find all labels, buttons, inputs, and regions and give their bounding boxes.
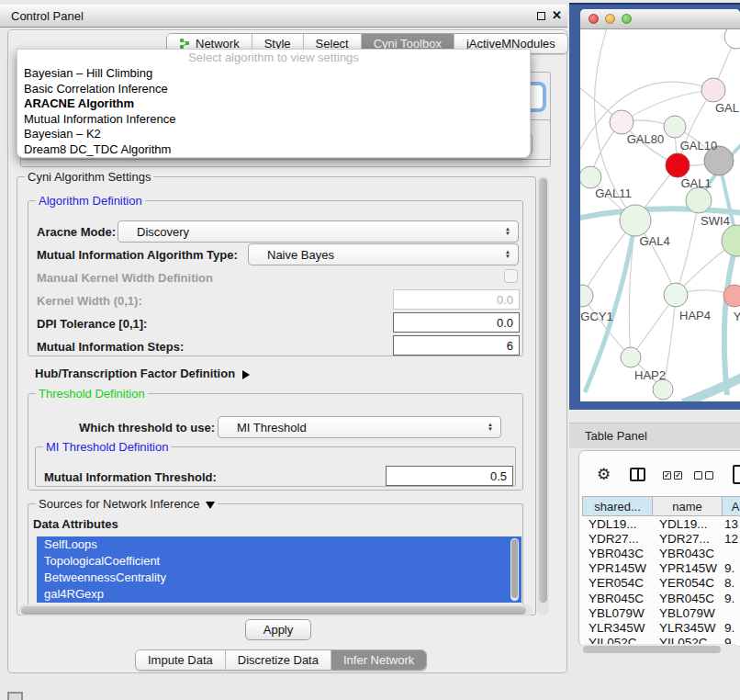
aracne-mode-label: Aracne Mode:	[37, 225, 116, 239]
network-canvas[interactable]: GAL GAL80 GAL10 GAL1 GAL11 SWI4 GAL4 GCY…	[580, 29, 740, 401]
table-row[interactable]: YLR345WYLR345W9.	[582, 620, 740, 635]
close-icon[interactable]: ✕	[552, 8, 562, 22]
checked-checkbox-icon[interactable]: ✓	[674, 471, 682, 480]
attribute-item[interactable]: BetweennessCentrality	[37, 570, 521, 586]
float-window-icon[interactable]	[537, 12, 545, 20]
algorithm-option[interactable]: Mutual Information Inference	[17, 112, 530, 128]
which-threshold-combo[interactable]: MI Threshold ▲▼	[218, 416, 501, 438]
combo-arrows-icon: ▲▼	[505, 221, 510, 242]
node-gal11[interactable]	[580, 166, 601, 188]
settings-horizontal-scrollbar[interactable]	[18, 604, 533, 616]
network-window-titlebar[interactable]	[580, 9, 740, 29]
mi-threshold-group-title: MI Threshold Definition	[43, 440, 171, 454]
node-selected-red[interactable]	[666, 153, 690, 177]
tab-discretize-data[interactable]: Discretize Data	[226, 650, 331, 670]
node-hap2[interactable]	[621, 347, 641, 367]
gear-icon[interactable]: ⚙	[597, 465, 611, 484]
combo-arrows-icon: ▲▼	[505, 244, 510, 265]
columns-icon[interactable]	[630, 468, 645, 481]
checked-checkbox-icon[interactable]: ✓	[663, 471, 671, 480]
node-gal4[interactable]	[620, 205, 651, 236]
data-attributes-label: Data Attributes	[33, 517, 118, 531]
label-hap2: HAP2	[634, 368, 666, 382]
label-gal80: GAL80	[627, 132, 664, 146]
control-panel-titlebar: Control Panel ✕	[0, 5, 567, 28]
node-top-partial[interactable]	[724, 29, 740, 49]
label-gcy1: GCY1	[580, 310, 612, 323]
zoom-traffic-light-icon[interactable]	[622, 14, 632, 24]
node-gcy1[interactable]	[580, 285, 593, 307]
node-hap4[interactable]	[664, 283, 688, 307]
column-header-name[interactable]: name	[653, 496, 722, 516]
unchecked-checkbox-icon[interactable]	[705, 471, 713, 480]
algorithm-placeholder: Select algorithm to view settings	[17, 50, 530, 66]
panel-title: Control Panel	[0, 9, 84, 23]
node-gal1[interactable]	[686, 187, 712, 213]
attribute-item[interactable]: SelfLoops	[37, 536, 521, 553]
node-gal80[interactable]	[610, 110, 633, 134]
algorithm-dropdown-popup: Select algorithm to view settings Bayesi…	[17, 49, 531, 158]
mi-threshold-label: Mutual Information Threshold:	[44, 470, 217, 484]
node-swi4[interactable]	[722, 225, 740, 256]
manual-kernel-label: Manual Kernel Width Definition	[37, 271, 213, 285]
algorithm-option[interactable]: Bayesian – Hill Climbing	[17, 66, 530, 82]
threshold-definition-title: Threshold Definition	[36, 387, 148, 401]
data-attributes-list: SelfLoops TopologicalCoefficient Between…	[37, 536, 521, 603]
table-row[interactable]: YER054CYER054C8.	[582, 576, 740, 591]
table-row[interactable]: YBR045CYBR045C9.	[582, 591, 740, 605]
tab-impute-data[interactable]: Impute Data	[136, 650, 226, 670]
combo-arrows-icon: ▲▼	[488, 417, 493, 437]
dpi-tolerance-value: 0.0	[497, 316, 513, 330]
table-horizontal-scrollbar[interactable]	[580, 644, 740, 654]
label-gal-partial: GAL	[715, 101, 739, 115]
which-threshold-label: Which threshold to use:	[79, 421, 215, 435]
algorithm-option-selected[interactable]: ARACNE Algorithm	[17, 96, 530, 112]
node-gal10[interactable]	[664, 116, 686, 138]
tab-infer-label: Infer Network	[343, 653, 414, 667]
column-header-shared[interactable]: shared...	[582, 496, 653, 516]
table-row[interactable]: YDL19...YDL19...13	[582, 516, 740, 531]
apply-button[interactable]: Apply	[245, 619, 311, 640]
table-row[interactable]: YBL079WYBL079W	[582, 605, 740, 620]
tab-discretize-label: Discretize Data	[238, 653, 319, 667]
table-panel-header: Table Panel	[569, 423, 740, 448]
attribute-item[interactable]: gal4RGexp	[37, 586, 521, 603]
node-bottom-partial[interactable]	[653, 379, 673, 400]
network-window: GAL GAL80 GAL10 GAL1 GAL11 SWI4 GAL4 GCY…	[580, 9, 740, 401]
node-gal7-partial[interactable]	[701, 78, 725, 102]
sources-title-label: Sources for Network Inference	[39, 497, 200, 511]
minimized-panel-icon[interactable]	[7, 692, 23, 700]
aracne-mode-combo[interactable]: Discovery ▲▼	[118, 220, 519, 243]
column-header-partial[interactable]: A	[722, 496, 740, 516]
table-body: YDL19...YDL19...13 YDR27...YDR27...12 YB…	[582, 516, 740, 644]
algorithm-option[interactable]: Bayesian – K2	[17, 127, 530, 142]
tab-infer-network[interactable]: Infer Network	[331, 650, 426, 670]
table-panel-title: Table Panel	[569, 429, 647, 443]
apply-label: Apply	[263, 623, 294, 637]
kernel-width-field: 0.0	[393, 289, 520, 310]
mi-type-value: Naive Bayes	[267, 248, 334, 262]
mi-threshold-value: 0.5	[490, 469, 507, 483]
tab-impute-label: Impute Data	[148, 653, 213, 667]
algorithm-option[interactable]: Basic Correlation Inference	[17, 82, 530, 97]
close-traffic-light-icon[interactable]	[589, 14, 599, 24]
attribute-list-scrollbar[interactable]	[510, 538, 519, 601]
unchecked-checkbox-icon[interactable]	[694, 471, 702, 480]
document-icon[interactable]	[733, 465, 740, 484]
settings-vertical-scrollbar[interactable]	[537, 176, 549, 615]
table-row[interactable]: YBR043CYBR043C	[582, 546, 740, 560]
mi-threshold-field[interactable]: 0.5	[386, 466, 513, 486]
minimize-traffic-light-icon[interactable]	[605, 14, 615, 24]
sources-title[interactable]: Sources for Network Inference	[36, 497, 218, 511]
table-row[interactable]: YPR145WYPR145W9.	[582, 561, 740, 576]
mi-steps-label: Mutual Information Steps:	[37, 340, 184, 354]
mi-type-combo[interactable]: Naive Bayes ▲▼	[248, 243, 519, 265]
dpi-tolerance-field[interactable]: 0.0	[393, 312, 520, 333]
attribute-item[interactable]: TopologicalCoefficient	[37, 553, 521, 570]
mi-steps-field[interactable]: 6	[393, 335, 520, 356]
manual-kernel-checkbox	[504, 269, 518, 283]
table-row[interactable]: YIL052CYIL052C9	[582, 636, 740, 645]
hub-tf-definition-toggle[interactable]: Hub/Transcription Factor Definition	[35, 367, 250, 380]
algorithm-option[interactable]: Dream8 DC_TDC Algorithm	[17, 142, 530, 158]
table-row[interactable]: YDR27...YDR27...12	[582, 531, 740, 546]
